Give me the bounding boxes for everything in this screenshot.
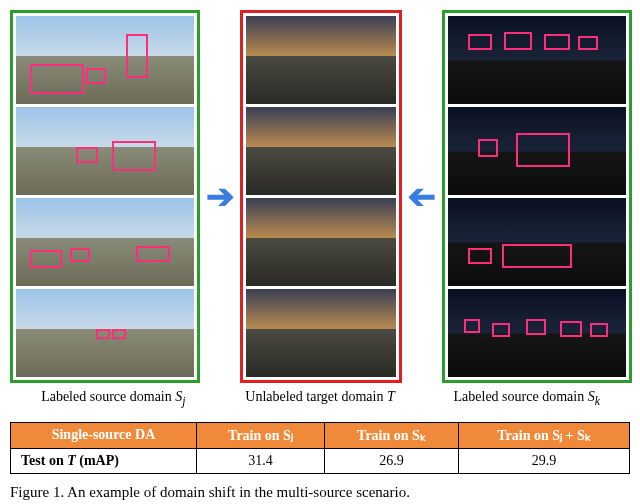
- image-sj-1: [16, 16, 194, 104]
- table-header: Train on Sⱼ: [196, 422, 324, 448]
- figure-columns: ➔ ➔: [10, 10, 630, 383]
- arrow-right-icon: ➔: [206, 180, 234, 214]
- image-sj-4: [16, 289, 194, 377]
- caption-t: Unlabeled target domain T: [217, 389, 424, 408]
- image-t-2: [246, 107, 396, 195]
- table-row: Test on T (mAP) 31.4 26.9 29.9: [11, 448, 630, 473]
- caption-sj: Labeled source domain Sj: [10, 389, 217, 408]
- table-header-row: Single-source DA Train on Sⱼ Train on Sₖ…: [11, 422, 630, 448]
- source-domain-k-column: [442, 10, 632, 383]
- table-header: Single-source DA: [11, 422, 197, 448]
- image-sk-2: [448, 107, 626, 195]
- table-cell: 29.9: [459, 448, 630, 473]
- image-sk-4: [448, 289, 626, 377]
- row-label: Test on T (mAP): [11, 448, 197, 473]
- caption-sk: Labeled source domain Sk: [423, 389, 630, 408]
- column-captions: Labeled source domain Sj Unlabeled targe…: [10, 389, 630, 408]
- table-cell: 31.4: [196, 448, 324, 473]
- image-t-4: [246, 289, 396, 377]
- table-header: Train on Sⱼ + Sₖ: [459, 422, 630, 448]
- figure-caption: Figure 1. An example of domain shift in …: [10, 484, 630, 501]
- image-sk-3: [448, 198, 626, 286]
- image-sj-2: [16, 107, 194, 195]
- image-sj-3: [16, 198, 194, 286]
- table-cell: 26.9: [325, 448, 459, 473]
- target-domain-column: [240, 10, 402, 383]
- image-sk-1: [448, 16, 626, 104]
- image-t-3: [246, 198, 396, 286]
- table-header: Train on Sₖ: [325, 422, 459, 448]
- arrow-left-icon: ➔: [408, 180, 436, 214]
- source-domain-j-column: [10, 10, 200, 383]
- image-t-1: [246, 16, 396, 104]
- results-table: Single-source DA Train on Sⱼ Train on Sₖ…: [10, 422, 630, 474]
